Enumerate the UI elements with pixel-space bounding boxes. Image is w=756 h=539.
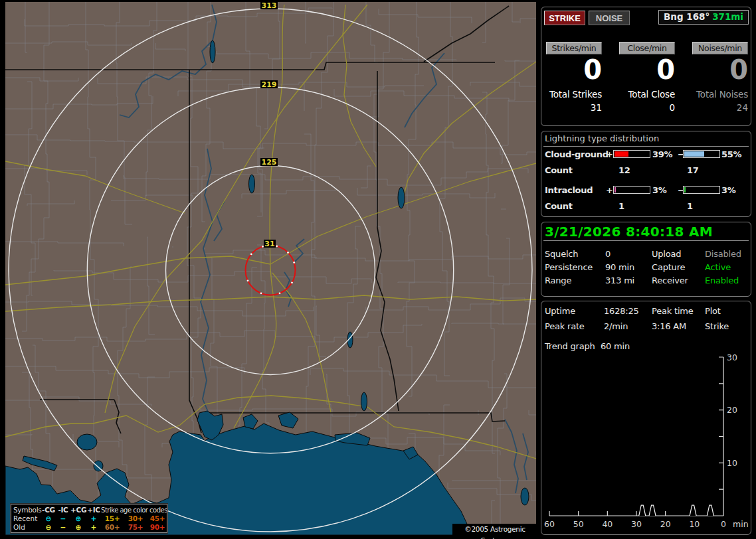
close-per-min-chip[interactable]: Close/min [619, 42, 675, 54]
close-column: Close/min 0 Total Close 0 [602, 7, 675, 125]
map-display[interactable]: 313 219 125 31 Symbols -CG -IC +CG +IC S… [5, 2, 536, 535]
cg-minus-count: 17 [687, 165, 699, 175]
strikes-column: Strikes/min 0 Total Strikes 31 [529, 7, 602, 125]
noises-per-min-chip[interactable]: Noises/min [692, 42, 748, 54]
age-75: 75+ [124, 523, 147, 532]
map-graphic: 313 219 125 31 [5, 2, 536, 535]
persistence-value: 90 min [605, 262, 634, 272]
noises-per-min-value: 0 [675, 56, 748, 83]
count-label: Count [545, 165, 573, 175]
svg-text:10: 10 [727, 458, 737, 468]
plus-sign: + [606, 149, 613, 159]
cg-plus-pct: 39% [652, 149, 672, 159]
svg-text:10: 10 [689, 519, 700, 529]
divider [543, 240, 749, 241]
pos-ic-old-icon: + [86, 523, 101, 532]
svg-text:30: 30 [631, 519, 642, 529]
age-90: 90+ [147, 523, 167, 532]
squelch-label: Squelch [545, 249, 578, 259]
cloud-ground-count-row: Count 12 17 [541, 165, 751, 176]
svg-text:30: 30 [727, 352, 737, 362]
cloud-ground-row: Cloud-ground + 39% − 55% [541, 149, 751, 160]
age-45: 45+ [147, 514, 167, 523]
strikes-per-min-chip[interactable]: Strikes/min [546, 42, 602, 54]
age-30: 30+ [124, 514, 147, 523]
svg-text:0: 0 [721, 519, 726, 529]
intracloud-count-row: Count 1 1 [541, 201, 751, 212]
ic-plus-count: 1 [618, 201, 624, 211]
total-noises-value: 24 [675, 102, 748, 113]
cg-minus-pct: 55% [721, 149, 741, 159]
intracloud-row: Intracloud + 3% − 3% [541, 185, 751, 196]
legend-row-old-label: Old [13, 523, 41, 532]
status-panel: 3/21/2026 8:40:18 AM Squelch 0 Upload Di… [541, 222, 751, 297]
settings-row: Persistence 90 min Capture Active [541, 262, 751, 273]
age-60: 60+ [101, 523, 124, 532]
cg-plus-count: 12 [618, 165, 630, 175]
total-strikes-label: Total Strikes [529, 89, 602, 100]
divider [543, 146, 749, 147]
pos-cg-old-icon: ⊕ [70, 523, 86, 532]
ic-minus-count: 1 [687, 201, 693, 211]
svg-text:60: 60 [544, 519, 555, 529]
persistence-label: Persistence [545, 262, 593, 272]
ic-minus-pct: 3% [721, 185, 735, 195]
strike-counter-panel: STRIKE NOISE Bng 168° 371mi Strikes/min … [541, 7, 751, 126]
settings-row: Squelch 0 Upload Disabled [541, 249, 751, 260]
close-per-min-value: 0 [602, 56, 675, 83]
svg-text:20: 20 [660, 519, 671, 529]
svg-text:20: 20 [727, 405, 737, 415]
receiver-label: Receiver [652, 275, 688, 285]
ring-label-313: 313 [262, 2, 277, 10]
ic-minus-bar [683, 186, 720, 194]
cg-minus-bar [683, 150, 720, 158]
total-strikes-value: 31 [529, 102, 602, 113]
plus-sign: + [606, 185, 613, 195]
ic-plus-bar-fill [614, 187, 616, 193]
age-15: 15+ [101, 514, 124, 523]
svg-text:min: min [733, 519, 749, 529]
cloud-ground-label: Cloud-ground [545, 149, 609, 159]
copyright-notice: ©2005 Astrogenic Systems [452, 524, 537, 535]
settings-row: Range 313 mi Receiver Enabled [541, 275, 751, 286]
datetime-display: 3/21/2026 8:40:18 AM [545, 224, 713, 240]
legend-col-neg-ic: -IC [56, 506, 70, 514]
squelch-value: 0 [605, 249, 611, 259]
svg-text:40: 40 [602, 519, 613, 529]
range-label: Range [545, 275, 571, 285]
range-value: 313 mi [605, 275, 634, 285]
total-close-label: Total Close [602, 89, 675, 100]
neg-cg-old-icon: ⊖ [41, 523, 56, 532]
cg-plus-bar-fill [614, 151, 628, 157]
capture-status: Active [705, 262, 731, 272]
legend-age-header: Strike age color codes [101, 506, 167, 514]
ic-minus-bar-fill [684, 187, 686, 193]
pos-ic-recent-icon: + [86, 514, 101, 523]
count-label: Count [545, 201, 573, 211]
ic-plus-pct: 3% [652, 185, 666, 195]
legend-col-pos-cg: +CG [70, 506, 86, 514]
map-legend: Symbols -CG -IC +CG +IC Strike age color… [11, 504, 167, 533]
pos-cg-recent-icon: ⊕ [70, 514, 86, 523]
ring-label-125: 125 [262, 158, 277, 167]
legend-col-pos-ic: +IC [86, 506, 101, 514]
trend-panel: Uptime 1628:25 Peak time Plot Peak rate … [541, 301, 751, 535]
legend-symbols-header: Symbols [13, 506, 41, 514]
upload-label: Upload [652, 249, 681, 259]
neg-cg-recent-icon: ⊖ [41, 514, 56, 523]
neg-ic-old-icon: − [56, 523, 70, 532]
cg-plus-bar [613, 150, 650, 158]
capture-label: Capture [652, 262, 685, 272]
cg-minus-bar-fill [684, 151, 704, 157]
strikes-per-min-value: 0 [529, 56, 602, 83]
distribution-title: Lightning type distribution [545, 133, 659, 143]
legend-col-neg-cg: -CG [41, 506, 56, 514]
lightning-distribution-panel: Lightning type distribution Cloud-ground… [541, 131, 751, 217]
noises-column: Noises/min 0 Total Noises 24 [675, 7, 748, 125]
intracloud-label: Intracloud [545, 185, 593, 195]
ring-label-219: 219 [262, 80, 277, 89]
trend-graph: 6050403020100min102030 [541, 301, 751, 533]
receiver-status: Enabled [705, 275, 739, 285]
ring-label-31: 31 [264, 240, 274, 248]
total-noises-label: Total Noises [675, 89, 748, 100]
